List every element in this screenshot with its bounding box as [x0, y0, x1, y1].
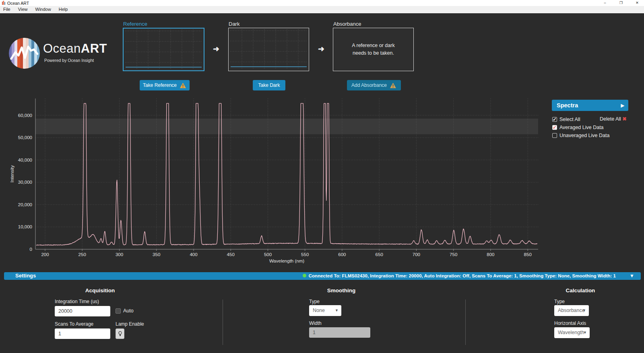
svg-text:800: 800 [487, 252, 494, 257]
smoothing-width-input [309, 327, 370, 338]
settings-title: Settings [15, 273, 36, 279]
calculation-type-label: Type [554, 299, 565, 304]
expand-right-icon: ▶ [621, 100, 624, 111]
calculation-type-dropdown[interactable]: Absorbance ▼ [554, 305, 589, 316]
integration-time-label: Integration Time (us) [55, 299, 99, 304]
absorbance-thumbnail: A reference or dark needs to be taken. [333, 28, 414, 71]
menu-file[interactable]: File [0, 6, 14, 12]
menu-view[interactable]: View [15, 6, 31, 12]
svg-text:40,000: 40,000 [18, 158, 32, 162]
absorbance-label: Absorbance [333, 21, 361, 27]
svg-text:550: 550 [301, 252, 309, 257]
connection-status: Connected To: FLMS02430, Integration Tim… [303, 273, 616, 278]
lamp-enable-button[interactable] [116, 328, 124, 339]
svg-text:10,000: 10,000 [18, 224, 32, 229]
smoothing-width-label: Width [309, 320, 322, 326]
logo-wave-icon [9, 38, 40, 69]
svg-text:300: 300 [116, 252, 123, 257]
svg-text:850: 850 [524, 252, 532, 257]
chevron-down-icon: ▼ [582, 305, 586, 316]
svg-text:600: 600 [338, 252, 346, 257]
spectrum-chart[interactable]: 010,00020,00030,00040,00050,00060,000200… [8, 96, 542, 264]
settings-bar[interactable]: Settings Connected To: FLMS02430, Integr… [4, 272, 641, 280]
lamp-enable-label: Lamp Enable [116, 321, 144, 327]
svg-text:250: 250 [78, 252, 86, 257]
collapse-icon: ▼ [630, 273, 634, 279]
warning-icon [390, 82, 396, 88]
svg-text:650: 650 [376, 252, 383, 257]
ocean-art-window: Ocean ART – ❐ ✕ File View Window Help Oc… [0, 0, 644, 353]
svg-text:750: 750 [450, 252, 457, 257]
x-axis-title: Wavelength (nm) [269, 259, 304, 263]
maximize-button[interactable]: ❐ [614, 0, 628, 6]
dark-mini-plot [229, 28, 309, 70]
logo-title: OceanART [43, 41, 107, 56]
logo-subtitle: Powered by Ocean Insight [44, 58, 94, 63]
scans-to-average-input[interactable] [55, 328, 110, 339]
unaveraged-live-data-row[interactable]: Unaveraged Live Data [552, 132, 629, 139]
app-icon [2, 1, 6, 5]
saturation-band [35, 119, 538, 134]
averaged-live-data-row[interactable]: Averaged Live Data [552, 124, 629, 131]
take-dark-button[interactable]: Take Dark [253, 80, 285, 90]
lamp-icon [118, 331, 122, 337]
svg-text:350: 350 [153, 252, 160, 257]
acquisition-header: Acquisition [55, 287, 145, 293]
arrow-icon: ➜ [318, 44, 324, 53]
svg-text:700: 700 [413, 252, 420, 257]
svg-text:50,000: 50,000 [18, 135, 32, 140]
connected-dot-icon [303, 274, 306, 277]
take-reference-button[interactable]: Take Reference [140, 80, 190, 90]
svg-text:450: 450 [227, 252, 235, 257]
auto-label: Auto [123, 308, 134, 314]
scans-to-average-label: Scans To Average [55, 321, 93, 327]
horizontal-axis-label: Horizontal Axis [554, 320, 586, 326]
divider [465, 300, 466, 345]
add-absorbance-button[interactable]: Add Absorbance [347, 80, 401, 90]
unaveraged-live-data-checkbox[interactable] [552, 133, 557, 138]
warning-icon [180, 82, 186, 88]
select-all-checkbox[interactable] [552, 117, 557, 122]
smoothing-header: Smoothing [309, 287, 374, 293]
smoothing-type-label: Type [309, 299, 320, 304]
smoothing-type-dropdown[interactable]: None ▼ [309, 305, 341, 316]
svg-text:30,000: 30,000 [18, 180, 32, 185]
menu-window[interactable]: Window [32, 6, 54, 12]
svg-text:400: 400 [190, 252, 197, 257]
svg-text:500: 500 [264, 252, 272, 257]
dark-label: Dark [229, 21, 239, 27]
reference-label: Reference [123, 21, 147, 27]
averaged-live-data-checkbox[interactable] [552, 125, 557, 130]
chevron-down-icon: ▼ [583, 327, 587, 338]
menu-bar: File View Window Help [0, 6, 644, 13]
close-button[interactable]: ✕ [630, 0, 644, 6]
reference-mini-plot [124, 29, 204, 70]
svg-text:0: 0 [30, 247, 32, 252]
integration-time-input[interactable] [55, 306, 110, 316]
menu-help[interactable]: Help [56, 6, 71, 12]
chevron-down-icon: ▼ [335, 305, 339, 316]
auto-integration-checkbox[interactable] [116, 308, 121, 314]
delete-icon: ✖ [622, 116, 626, 122]
horizontal-axis-dropdown[interactable]: Wavelength ▼ [554, 327, 590, 338]
minimize-button[interactable]: – [598, 0, 612, 6]
absorbance-message: A reference or dark needs to be taken. [333, 28, 413, 71]
calculation-header: Calculation [554, 287, 607, 293]
arrow-icon: ➜ [213, 44, 219, 53]
reference-thumbnail[interactable] [123, 28, 204, 71]
svg-text:20,000: 20,000 [18, 202, 32, 207]
spectra-panel-header[interactable]: Spectra ▶ [552, 100, 628, 111]
divider [223, 300, 223, 345]
delete-all-button[interactable]: Delete All ✖ [600, 116, 627, 122]
dark-thumbnail[interactable] [228, 28, 309, 71]
y-axis-title: Intensity [10, 165, 14, 183]
svg-text:60,000: 60,000 [18, 113, 32, 118]
window-title: Ocean ART [7, 1, 29, 6]
title-bar: Ocean ART – ❐ ✕ [0, 0, 644, 6]
svg-text:200: 200 [41, 252, 49, 257]
